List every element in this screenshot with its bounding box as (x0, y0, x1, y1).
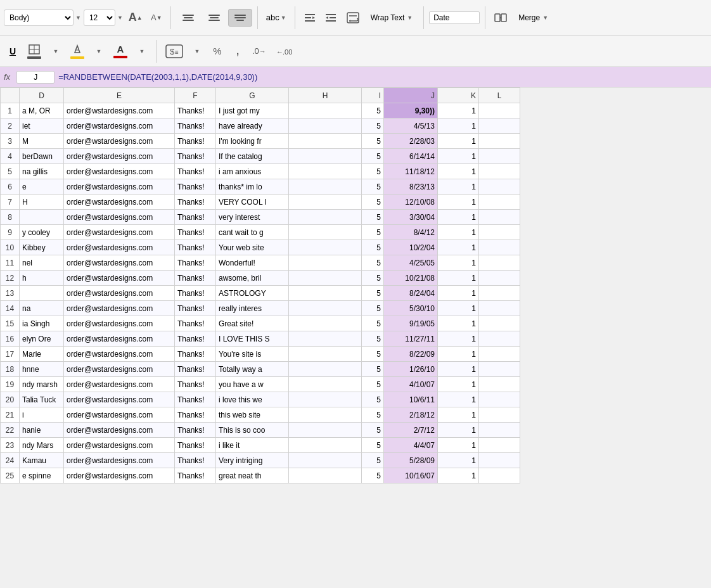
cell-e[interactable]: order@wstardesigns.com (64, 134, 175, 149)
table-row[interactable]: 1a M, ORorder@wstardesigns.comThanks!I j… (1, 103, 520, 118)
cell-l[interactable] (479, 423, 520, 438)
cell-k[interactable]: 1 (438, 316, 479, 331)
cell-g[interactable]: i like it (216, 438, 289, 453)
table-row[interactable]: 15ia Singhorder@wstardesigns.comThanks!G… (1, 316, 520, 331)
cell-h[interactable] (289, 362, 362, 377)
cell-g[interactable]: Your web site (216, 240, 289, 255)
date-input[interactable] (429, 11, 480, 24)
cell-d[interactable]: na gillis (20, 164, 64, 179)
currency-dropdown-button[interactable]: ▼ (188, 42, 206, 60)
font-family-select[interactable]: Body) (4, 10, 74, 26)
table-row[interactable]: 4berDawnorder@wstardesigns.comThanks!If … (1, 149, 520, 164)
cell-d[interactable]: ndy Mars (20, 438, 64, 453)
cell-e[interactable]: order@wstardesigns.com (64, 240, 175, 255)
table-row[interactable]: 5na gillisorder@wstardesigns.comThanks!i… (1, 164, 520, 179)
cell-e[interactable]: order@wstardesigns.com (64, 301, 175, 316)
cell-g[interactable]: Totally way a (216, 362, 289, 377)
cell-f[interactable]: Thanks! (175, 164, 216, 179)
cell-h[interactable] (289, 407, 362, 423)
cell-d[interactable]: Marie (20, 347, 64, 362)
cell-k[interactable]: 1 (438, 118, 479, 134)
col-header-g[interactable]: G (216, 88, 289, 103)
cell-l[interactable] (479, 134, 520, 149)
cell-j[interactable]: 12/10/08 (384, 195, 438, 210)
cell-f[interactable]: Thanks! (175, 468, 216, 483)
cell-i[interactable]: 5 (362, 195, 384, 210)
cell-j[interactable]: 6/14/14 (384, 149, 438, 164)
cell-i[interactable]: 5 (362, 103, 384, 118)
cell-d[interactable]: elyn Ore (20, 331, 64, 347)
cell-h[interactable] (289, 347, 362, 362)
cell-h[interactable] (289, 331, 362, 347)
cell-j[interactable]: 10/6/11 (384, 392, 438, 407)
indent-right-button[interactable] (321, 9, 340, 27)
wrap-text-button[interactable]: Wrap Text ▼ (365, 10, 419, 25)
cell-reference-box[interactable]: J (16, 71, 54, 84)
cell-k[interactable]: 1 (438, 468, 479, 483)
cell-d[interactable]: M (20, 134, 64, 149)
col-header-i[interactable]: I (362, 88, 384, 103)
cell-e[interactable]: order@wstardesigns.com (64, 423, 175, 438)
table-row[interactable]: 6eorder@wstardesigns.comThanks!thanks* i… (1, 179, 520, 195)
cell-e[interactable]: order@wstardesigns.com (64, 103, 175, 118)
cell-f[interactable]: Thanks! (175, 210, 216, 225)
cell-d[interactable]: a M, OR (20, 103, 64, 118)
table-row[interactable]: 16elyn Oreorder@wstardesigns.comThanks!I… (1, 331, 520, 347)
cell-f[interactable]: Thanks! (175, 377, 216, 392)
cell-j[interactable]: 4/25/05 (384, 255, 438, 271)
cell-h[interactable] (289, 179, 362, 195)
cell-f[interactable]: Thanks! (175, 407, 216, 423)
cell-k[interactable]: 1 (438, 210, 479, 225)
cell-j[interactable]: 8/4/12 (384, 225, 438, 240)
cell-d[interactable]: ndy marsh (20, 377, 64, 392)
cell-j[interactable]: 10/16/07 (384, 468, 438, 483)
cell-k[interactable]: 1 (438, 195, 479, 210)
cell-f[interactable]: Thanks! (175, 347, 216, 362)
cell-g[interactable]: thanks* im lo (216, 179, 289, 195)
col-header-l[interactable]: L (479, 88, 520, 103)
wrap-text-icon-button[interactable] (343, 9, 363, 27)
table-row[interactable]: 11nelorder@wstardesigns.comThanks!Wonder… (1, 255, 520, 271)
cell-i[interactable]: 5 (362, 179, 384, 195)
cell-h[interactable] (289, 103, 362, 118)
table-row[interactable]: 8order@wstardesigns.comThanks!very inter… (1, 210, 520, 225)
cell-h[interactable] (289, 195, 362, 210)
cell-j[interactable]: 9,30)) (384, 103, 438, 118)
cell-l[interactable] (479, 377, 520, 392)
cell-k[interactable]: 1 (438, 423, 479, 438)
cell-e[interactable]: order@wstardesigns.com (64, 377, 175, 392)
col-header-f[interactable]: F (175, 88, 216, 103)
cell-k[interactable]: 1 (438, 362, 479, 377)
cell-k[interactable]: 1 (438, 453, 479, 468)
indent-left-button[interactable] (300, 9, 319, 27)
border-dropdown-button[interactable]: ▼ (47, 42, 65, 60)
border-button[interactable] (24, 42, 44, 61)
cell-f[interactable]: Thanks! (175, 271, 216, 286)
cell-i[interactable]: 5 (362, 164, 384, 179)
cell-i[interactable]: 5 (362, 347, 384, 362)
cell-j[interactable]: 5/30/10 (384, 301, 438, 316)
cell-d[interactable]: Kibbey (20, 240, 64, 255)
fill-color-button[interactable] (67, 42, 87, 61)
cell-d[interactable] (20, 286, 64, 301)
cell-e[interactable]: order@wstardesigns.com (64, 407, 175, 423)
cell-d[interactable]: berDawn (20, 149, 64, 164)
cell-l[interactable] (479, 347, 520, 362)
cell-j[interactable]: 11/27/11 (384, 331, 438, 347)
cell-l[interactable] (479, 225, 520, 240)
table-row[interactable]: 18hnneorder@wstardesigns.comThanks!Total… (1, 362, 520, 377)
cell-h[interactable] (289, 255, 362, 271)
cell-k[interactable]: 1 (438, 255, 479, 271)
cell-f[interactable]: Thanks! (175, 331, 216, 347)
cell-h[interactable] (289, 118, 362, 134)
cell-g[interactable]: i am anxious (216, 164, 289, 179)
cell-k[interactable]: 1 (438, 164, 479, 179)
cell-i[interactable]: 5 (362, 255, 384, 271)
cell-l[interactable] (479, 331, 520, 347)
cell-e[interactable]: order@wstardesigns.com (64, 362, 175, 377)
cell-d[interactable]: i (20, 407, 64, 423)
cell-l[interactable] (479, 407, 520, 423)
cell-j[interactable]: 8/24/04 (384, 286, 438, 301)
table-row[interactable]: 7Horder@wstardesigns.comThanks!VERY COOL… (1, 195, 520, 210)
cell-l[interactable] (479, 164, 520, 179)
